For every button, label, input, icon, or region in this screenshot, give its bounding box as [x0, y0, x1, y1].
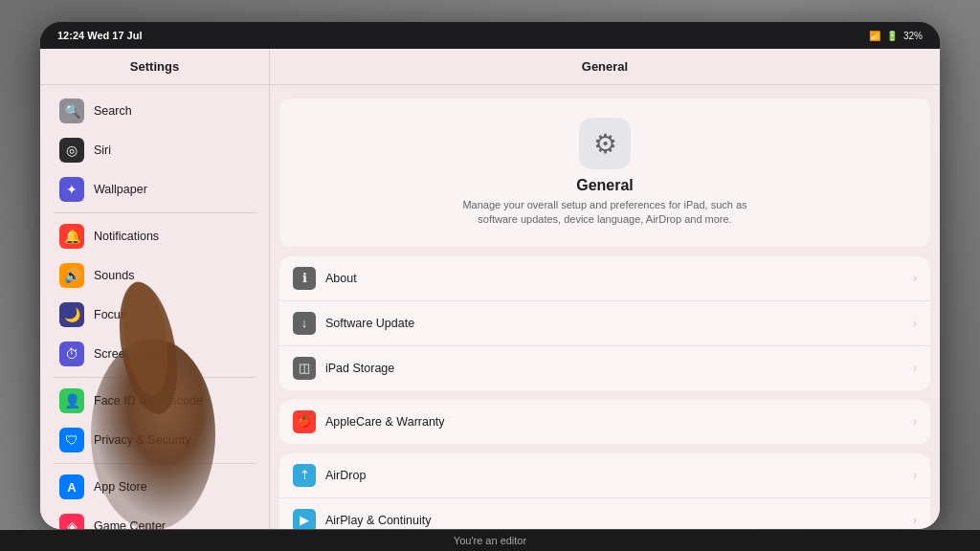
- airplay-chevron: ›: [913, 514, 917, 527]
- sidebar-item-focus[interactable]: 🌙 Focus: [46, 296, 263, 334]
- sidebar-header: Settings: [40, 49, 270, 84]
- applecare-icon: 🍎: [293, 410, 316, 433]
- sidebar: 🔍 Search ◎ Siri ✦ Wallpaper 🔔 Not: [40, 85, 270, 529]
- sidebar-item-label: Wallpaper: [94, 183, 147, 196]
- general-title: General: [576, 177, 634, 194]
- sidebar-item-label: Siri: [94, 143, 111, 157]
- sidebar-item-app-store[interactable]: A App Store: [46, 468, 263, 506]
- ipad-storage-chevron: ›: [913, 362, 917, 375]
- sidebar-divider-1: [54, 212, 256, 213]
- settings-row-ipad-storage[interactable]: ◫ iPad Storage ›: [279, 346, 930, 390]
- siri-icon: ◎: [59, 138, 84, 163]
- software-update-icon: ↓: [293, 312, 316, 335]
- settings-group-2: 🍎 AppleCare & Warranty ›: [279, 400, 930, 444]
- general-big-icon: ⚙: [579, 118, 631, 169]
- sidebar-item-label: App Store: [94, 480, 147, 494]
- sidebar-item-siri[interactable]: ◎ Siri: [46, 131, 263, 169]
- right-panel: ⚙ General Manage your overall setup and …: [270, 85, 940, 529]
- battery-icon: 🔋: [886, 31, 898, 41]
- settings-group-3: ⇡ AirDrop › ▶ AirPlay & Continuity ›: [279, 453, 930, 529]
- about-chevron: ›: [913, 272, 917, 285]
- software-update-chevron: ›: [913, 317, 917, 330]
- wifi-icon: 📶: [869, 31, 880, 41]
- sidebar-item-face-id[interactable]: 👤 Face ID & Passcode: [46, 382, 263, 420]
- wallpaper-icon: ✦: [59, 177, 84, 202]
- airplay-label: AirPlay & Continuity: [325, 514, 903, 527]
- sidebar-item-wallpaper[interactable]: ✦ Wallpaper: [46, 170, 263, 209]
- bottom-bar-text: You're an editor: [454, 535, 526, 546]
- main-content: 🔍 Search ◎ Siri ✦ Wallpaper 🔔 Not: [40, 85, 940, 529]
- sidebar-item-screen-time[interactable]: ⏱ Screen Time: [46, 335, 263, 373]
- airdrop-chevron: ›: [913, 469, 917, 482]
- sounds-icon: 🔊: [59, 263, 84, 288]
- sidebar-item-label: Notifications: [94, 230, 159, 243]
- ipad-storage-label: iPad Storage: [325, 362, 903, 375]
- header-row: Settings General: [40, 49, 940, 85]
- face-id-icon: 👤: [59, 388, 84, 413]
- about-icon: ℹ: [293, 267, 316, 290]
- general-description: Manage your overall setup and preference…: [442, 198, 768, 228]
- ipad-screen: Settings General 🔍 Search ◎ Siri: [40, 49, 940, 529]
- settings-row-software-update[interactable]: ↓ Software Update ›: [279, 301, 930, 346]
- app-store-icon: A: [59, 474, 84, 499]
- search-icon: 🔍: [59, 99, 84, 123]
- sidebar-item-search[interactable]: 🔍 Search: [46, 92, 263, 130]
- sidebar-item-privacy[interactable]: 🛡 Privacy & Security: [46, 421, 263, 459]
- sidebar-item-label: Screen Time: [94, 347, 161, 361]
- software-update-label: Software Update: [325, 317, 903, 330]
- notifications-icon: 🔔: [59, 224, 84, 249]
- main-header: General: [270, 49, 940, 84]
- status-icons: 📶 🔋 32%: [869, 31, 923, 41]
- sidebar-divider-2: [54, 377, 256, 378]
- status-time: 12:24 Wed 17 Jul: [57, 30, 142, 41]
- sidebar-item-sounds[interactable]: 🔊 Sounds: [46, 256, 263, 295]
- sidebar-item-label: Sounds: [94, 269, 134, 282]
- privacy-icon: 🛡: [59, 428, 84, 452]
- sidebar-item-game-center[interactable]: ◈ Game Center: [46, 507, 263, 529]
- settings-row-airplay[interactable]: ▶ AirPlay & Continuity ›: [279, 498, 930, 529]
- game-center-icon: ◈: [59, 514, 84, 529]
- applecare-chevron: ›: [913, 415, 917, 429]
- applecare-label: AppleCare & Warranty: [325, 415, 903, 429]
- settings-group-1: ℹ About › ↓ Software Update › ◫ iPad Sto…: [279, 256, 930, 390]
- about-label: About: [325, 272, 903, 285]
- airplay-icon: ▶: [293, 509, 316, 529]
- ipad-storage-icon: ◫: [293, 357, 316, 380]
- bottom-bar: You're an editor: [0, 530, 980, 551]
- screen-time-icon: ⏱: [59, 342, 84, 366]
- airdrop-icon: ⇡: [293, 464, 316, 487]
- status-bar: 12:24 Wed 17 Jul 📶 🔋 32%: [40, 22, 940, 49]
- focus-icon: 🌙: [59, 302, 84, 327]
- sidebar-item-label: Focus: [94, 308, 126, 321]
- sidebar-divider-3: [54, 463, 256, 464]
- settings-row-about[interactable]: ℹ About ›: [279, 256, 930, 301]
- sidebar-item-label: Search: [94, 104, 132, 118]
- general-header-section: ⚙ General Manage your overall setup and …: [279, 99, 930, 247]
- sidebar-item-label: Privacy & Security: [94, 433, 190, 447]
- ipad-frame: 12:24 Wed 17 Jul 📶 🔋 32% Settings Genera…: [40, 22, 940, 529]
- airdrop-label: AirDrop: [325, 469, 903, 482]
- sidebar-item-notifications[interactable]: 🔔 Notifications: [46, 217, 263, 255]
- sidebar-item-label: Face ID & Passcode: [94, 394, 203, 408]
- sidebar-item-label: Game Center: [94, 519, 166, 529]
- settings-row-applecare[interactable]: 🍎 AppleCare & Warranty ›: [279, 400, 930, 444]
- settings-row-airdrop[interactable]: ⇡ AirDrop ›: [279, 453, 930, 498]
